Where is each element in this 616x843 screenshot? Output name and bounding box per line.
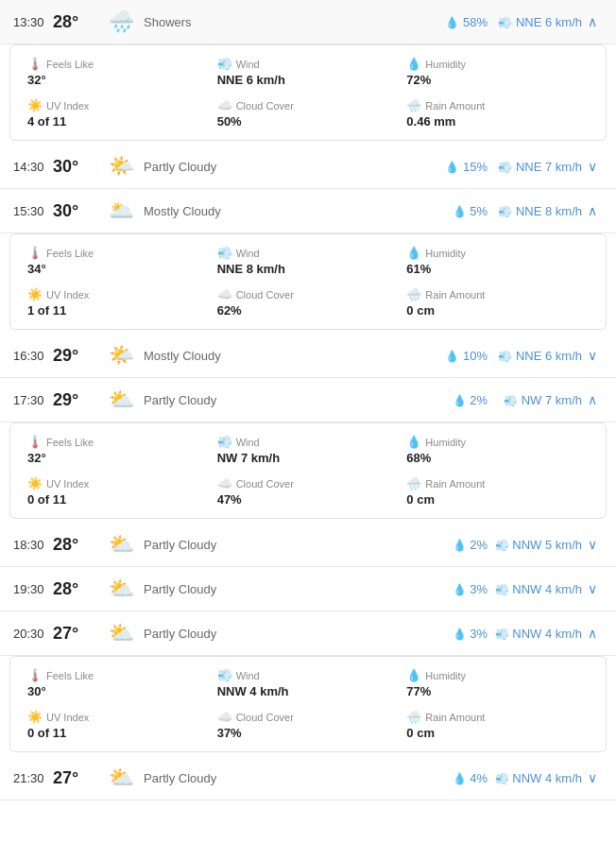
feels-like-item: 🌡️ Feels Like 32° xyxy=(27,57,210,87)
condition-label: Showers xyxy=(140,15,438,29)
humidity-value: 72% xyxy=(406,73,589,87)
humidity-label: 💧 Humidity xyxy=(406,668,589,682)
temperature: 27° xyxy=(53,624,102,644)
wind-value: 💨 NNW 4 km/h xyxy=(488,627,582,641)
rain-value: 0 cm xyxy=(406,726,589,740)
cloud-value: 37% xyxy=(217,726,400,740)
weather-icon: 🌤️ xyxy=(102,343,140,368)
time-label: 19:30 xyxy=(13,582,53,596)
humidity-value: 68% xyxy=(406,451,589,465)
expand-button[interactable]: ∨ xyxy=(582,159,603,174)
expand-button[interactable]: ∨ xyxy=(582,537,603,552)
precip-value: 💧 2% xyxy=(438,538,488,552)
cloud-icon: ☁️ xyxy=(217,476,232,490)
wind-value: 💨 NNW 4 km/h xyxy=(488,582,582,596)
humidity-label: 💧 Humidity xyxy=(406,435,589,449)
condition-label: Partly Cloudy xyxy=(140,627,438,641)
rain-item: 🌧️ Rain Amount 0.46 mm xyxy=(406,98,589,129)
cloud-icon: ☁️ xyxy=(217,710,232,724)
humidity-icon: 💧 xyxy=(406,435,421,449)
uv-item: ☀️ UV Index 0 of 11 xyxy=(27,710,210,740)
thermometer-icon: 🌡️ xyxy=(27,668,43,682)
weather-icon: 🌥️ xyxy=(102,198,140,223)
wind-item: 💨 Wind NNW 4 km/h xyxy=(217,668,400,698)
feels-like-value: 30° xyxy=(27,684,210,698)
precip-value: 💧 15% xyxy=(438,160,488,174)
temperature: 28° xyxy=(53,579,102,599)
wind-value: 💨 NNW 4 km/h xyxy=(488,771,582,785)
temperature: 29° xyxy=(53,390,102,410)
rain-item: 🌧️ Rain Amount 0 cm xyxy=(406,287,589,318)
humidity-item: 💧 Humidity 72% xyxy=(406,57,589,87)
feels-like-label: 🌡️ Feels Like xyxy=(27,435,210,449)
wind-detail-value: NNW 4 km/h xyxy=(217,684,400,698)
expand-button[interactable]: ∨ xyxy=(582,581,603,596)
wind-item: 💨 Wind NW 7 km/h xyxy=(217,435,400,465)
feels-like-item: 🌡️ Feels Like 34° xyxy=(27,246,210,276)
condition-label: Partly Cloudy xyxy=(140,160,438,174)
condition-label: Mostly Cloudy xyxy=(140,204,438,218)
weather-row-row-1330[interactable]: 13:30 28° 🌧️ Showers 💧 58% 💨 NNE 6 km/h … xyxy=(0,0,616,44)
detail-panel-row-1330: 🌡️ Feels Like 32° 💨 Wind NNE 6 km/h 💧 Hu… xyxy=(9,44,607,141)
uv-item: ☀️ UV Index 4 of 11 xyxy=(27,98,210,129)
condition-label: Partly Cloudy xyxy=(140,771,438,785)
humidity-label: 💧 Humidity xyxy=(406,246,589,260)
temperature: 29° xyxy=(53,346,102,366)
time-label: 17:30 xyxy=(13,393,53,407)
precip-value: 💧 5% xyxy=(438,204,488,218)
wind-value: 💨 NNE 8 km/h xyxy=(488,204,582,218)
expand-button[interactable]: ∨ xyxy=(582,770,603,785)
weather-row-row-1830[interactable]: 18:30 28° ⛅ Partly Cloudy 💧 2% 💨 NNW 5 k… xyxy=(0,523,616,567)
weather-row-row-1430[interactable]: 14:30 30° 🌤️ Partly Cloudy 💧 15% 💨 NNE 7… xyxy=(0,145,616,189)
humidity-value: 61% xyxy=(406,262,589,276)
cloud-item: ☁️ Cloud Cover 47% xyxy=(217,476,400,507)
detail-panel-row-1530: 🌡️ Feels Like 34° 💨 Wind NNE 8 km/h 💧 Hu… xyxy=(9,233,607,330)
feels-like-label: 🌡️ Feels Like xyxy=(27,246,210,260)
feels-like-label: 🌡️ Feels Like xyxy=(27,57,210,71)
detail-panel-row-1730: 🌡️ Feels Like 32° 💨 Wind NW 7 km/h 💧 Hum… xyxy=(9,422,607,519)
cloud-label: ☁️ Cloud Cover xyxy=(217,287,400,301)
rain-item: 🌧️ Rain Amount 0 cm xyxy=(406,476,589,507)
cloud-label: ☁️ Cloud Cover xyxy=(217,710,400,724)
precip-value: 💧 10% xyxy=(438,349,488,363)
condition-label: Partly Cloudy xyxy=(140,582,438,596)
wind-value: 💨 NNW 5 km/h xyxy=(488,538,582,552)
wind-detail-label: 💨 Wind xyxy=(217,435,400,449)
precip-value: 💧 2% xyxy=(438,393,488,407)
rain-value: 0 cm xyxy=(406,303,589,318)
weather-row-row-1730[interactable]: 17:30 29° ⛅ Partly Cloudy 💧 2% 💨 NW 7 km… xyxy=(0,378,616,422)
expand-button[interactable]: ∧ xyxy=(582,203,603,218)
rain-icon: 🌧️ xyxy=(406,710,421,724)
weather-list: 13:30 28° 🌧️ Showers 💧 58% 💨 NNE 6 km/h … xyxy=(0,0,616,800)
detail-panel-row-2030: 🌡️ Feels Like 30° 💨 Wind NNW 4 km/h 💧 Hu… xyxy=(9,656,607,752)
rain-icon: 🌧️ xyxy=(406,98,421,112)
uv-label: ☀️ UV Index xyxy=(27,476,210,490)
weather-row-row-2130[interactable]: 21:30 27° ⛅ Partly Cloudy 💧 4% 💨 NNW 4 k… xyxy=(0,756,616,800)
condition-label: Partly Cloudy xyxy=(140,393,438,407)
expand-button[interactable]: ∨ xyxy=(582,348,603,363)
temperature: 30° xyxy=(53,157,102,177)
expand-button[interactable]: ∧ xyxy=(582,626,603,641)
uv-value: 0 of 11 xyxy=(27,492,210,507)
weather-row-row-1930[interactable]: 19:30 28° ⛅ Partly Cloudy 💧 3% 💨 NNW 4 k… xyxy=(0,567,616,611)
wind-detail-label: 💨 Wind xyxy=(217,668,400,682)
rain-label: 🌧️ Rain Amount xyxy=(406,710,589,724)
weather-icon: 🌧️ xyxy=(102,9,140,34)
wind-item: 💨 Wind NNE 6 km/h xyxy=(217,57,400,87)
feels-like-label: 🌡️ Feels Like xyxy=(27,668,210,682)
weather-row-row-2030[interactable]: 20:30 27° ⛅ Partly Cloudy 💧 3% 💨 NNW 4 k… xyxy=(0,611,616,656)
weather-row-row-1630[interactable]: 16:30 29° 🌤️ Mostly Cloudy 💧 10% 💨 NNE 6… xyxy=(0,334,616,378)
cloud-icon: ☁️ xyxy=(217,287,232,301)
wind-value: 💨 NW 7 km/h xyxy=(488,393,582,407)
expand-button[interactable]: ∧ xyxy=(582,14,603,29)
expand-button[interactable]: ∧ xyxy=(582,392,603,407)
humidity-item: 💧 Humidity 61% xyxy=(406,246,589,276)
rain-value: 0 cm xyxy=(406,492,589,507)
uv-icon: ☀️ xyxy=(27,710,43,724)
humidity-icon: 💧 xyxy=(406,246,421,260)
cloud-value: 50% xyxy=(217,114,400,129)
weather-row-row-1530[interactable]: 15:30 30° 🌥️ Mostly Cloudy 💧 5% 💨 NNE 8 … xyxy=(0,189,616,233)
uv-value: 0 of 11 xyxy=(27,726,210,740)
wind-detail-icon: 💨 xyxy=(217,668,232,682)
rain-label: 🌧️ Rain Amount xyxy=(406,476,589,490)
